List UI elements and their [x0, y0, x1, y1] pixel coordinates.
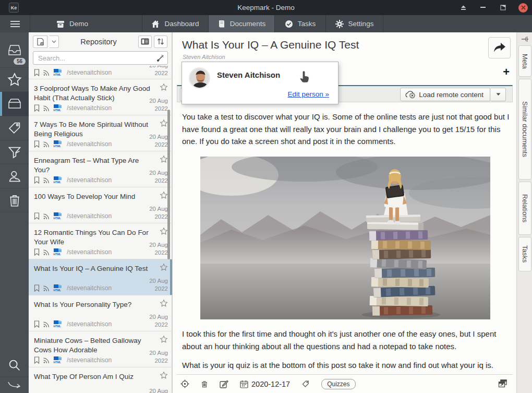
feed-icon: [43, 357, 50, 364]
sidebar-item-filters[interactable]: [0, 140, 29, 164]
html-file-icon: HTML: [53, 284, 62, 292]
main-nav: Demo Dashboard Documents Tasks: [0, 15, 532, 32]
star-icon[interactable]: [160, 191, 168, 199]
document-date: 20 Aug 2022: [149, 97, 168, 112]
tag-icon[interactable]: [301, 380, 310, 388]
feed-icon: [43, 285, 50, 292]
bookmark-icon: [34, 320, 40, 328]
list-item[interactable]: 7 Ways To Be More Spiritual Without Bein…: [29, 115, 172, 151]
paragraph: You take a test to discover what your IQ…: [182, 111, 510, 148]
tab-similar-documents[interactable]: Similar documents: [518, 79, 531, 180]
pin-icon[interactable]: [521, 35, 529, 43]
load-remote-content-button[interactable]: Load remote content: [400, 88, 490, 101]
svg-text:HTML: HTML: [54, 73, 62, 76]
view-mode-button[interactable]: [138, 35, 152, 48]
shade-window-icon[interactable]: [459, 4, 467, 12]
tab-settings-label: Settings: [348, 20, 374, 28]
person-icon: [7, 169, 22, 184]
document-title: Enneagram Test – What Type Are You?: [34, 156, 167, 175]
svg-text:HTML: HTML: [54, 289, 62, 292]
list-item[interactable]: 3 Foolproof Ways To Make Any Good Habit …: [29, 79, 172, 115]
date-value: 2020-12-17: [251, 380, 290, 388]
list-item-selected[interactable]: What Is Your IQ – A Genuine IQ Test HTML…: [29, 259, 172, 295]
document-date: 20 Aug 2022: [149, 277, 168, 292]
edit-person-link[interactable]: Edit person »: [287, 90, 329, 98]
tab-settings[interactable]: Settings: [326, 15, 383, 32]
document-title: What Type Of Person Am I Quiz: [34, 372, 167, 382]
star-icon[interactable]: [160, 299, 168, 307]
menu-icon[interactable]: [0, 15, 30, 32]
tab-relations[interactable]: Relations: [518, 182, 531, 235]
list-item-partial[interactable]: HTML /stevenaitchison 20 Aug 2022: [29, 66, 172, 79]
list-item[interactable]: 100 Ways To Develop Your Mind HTML /stev…: [29, 187, 172, 223]
tab-tasks-panel[interactable]: Tasks: [518, 237, 531, 271]
left-sidebar: 56: [0, 32, 29, 393]
document-title: 100 Ways To Develop Your Mind: [34, 192, 167, 201]
bookmark-icon: [34, 69, 40, 76]
share-button[interactable]: [488, 37, 511, 58]
tag-icon: [7, 121, 22, 136]
tab-documents[interactable]: Documents: [209, 15, 274, 32]
sidebar-item-tags[interactable]: [0, 116, 29, 140]
star-icon[interactable]: [160, 83, 168, 91]
right-panel-strip: Meta Similar documents Relations Tasks: [516, 32, 532, 393]
tab-meta[interactable]: Meta: [518, 45, 531, 77]
load-remote-dropdown[interactable]: [491, 88, 506, 101]
delete-icon[interactable]: [201, 380, 208, 388]
filter-wand-icon[interactable]: [156, 54, 164, 62]
tab-dashboard[interactable]: Dashboard: [142, 15, 208, 32]
html-file-icon: HTML: [53, 104, 62, 112]
document-date: 20 Aug 2022: [149, 169, 168, 184]
list-item[interactable]: Enneagram Test – What Type Are You? HTML…: [29, 151, 172, 187]
sidebar-item-persons[interactable]: [0, 164, 29, 188]
window-title: Keepmark - Demo: [0, 0, 532, 15]
search-input[interactable]: [33, 51, 168, 65]
star-icon[interactable]: [160, 263, 168, 271]
star-icon: [7, 72, 22, 87]
redo-arrow-icon: [7, 380, 22, 390]
list-item[interactable]: Miniature Cows – Belted Galloway Cows Ho…: [29, 331, 172, 367]
open-external-icon[interactable]: [498, 379, 507, 388]
svg-text:HTML: HTML: [54, 109, 62, 112]
document-path: /stevenaitchison: [67, 284, 112, 292]
person-popup: Steven Aitchison Edit person »: [182, 62, 338, 104]
bookmark-icon: [34, 140, 40, 148]
html-file-icon: HTML: [53, 140, 62, 148]
check-circle-icon: [285, 20, 293, 28]
star-icon[interactable]: [160, 335, 168, 343]
sidebar-jump[interactable]: [0, 377, 29, 393]
sidebar-item-inbox[interactable]: 56: [0, 32, 29, 68]
nav-repository-demo[interactable]: Demo: [30, 15, 142, 32]
list-item[interactable]: 12 Romantic Things You Can Do For Your W…: [29, 223, 172, 259]
feed-icon: [43, 213, 50, 220]
star-icon[interactable]: [160, 371, 168, 379]
feed-icon: [43, 177, 50, 184]
locate-icon[interactable]: [180, 379, 189, 388]
new-document-dropdown[interactable]: [50, 35, 59, 48]
restore-icon[interactable]: [499, 4, 507, 12]
bookmark-icon: [34, 356, 40, 364]
sidebar-item-repository[interactable]: [0, 92, 29, 116]
minimize-icon[interactable]: [479, 4, 487, 12]
sidebar-item-favorites[interactable]: [0, 68, 29, 92]
edit-note-icon[interactable]: [220, 380, 228, 388]
sidebar-item-trash[interactable]: [0, 188, 29, 212]
star-icon[interactable]: [160, 155, 168, 163]
close-icon[interactable]: [518, 3, 528, 13]
list-scrollbar[interactable]: [167, 110, 170, 259]
sort-button[interactable]: [154, 35, 167, 48]
tag-quizzes[interactable]: Quizzes: [321, 379, 355, 389]
author-name[interactable]: Steven Aitchison: [183, 54, 225, 60]
list-item[interactable]: What Type Of Person Am I Quiz 20 Aug 202…: [29, 367, 172, 393]
sidebar-search[interactable]: [0, 353, 29, 377]
document-date: 20 Aug 2022: [149, 66, 168, 77]
document-date: 20 Aug 2022: [149, 349, 168, 364]
tab-tasks[interactable]: Tasks: [275, 15, 325, 32]
add-button[interactable]: +: [503, 67, 510, 77]
star-icon[interactable]: [160, 119, 168, 127]
document-date-field[interactable]: 2020-12-17: [240, 380, 290, 388]
list-item[interactable]: What Is Your Personality Type? HTML /ste…: [29, 295, 172, 331]
repository-panel: Repository HTML /stevenaitchison 20 Aug …: [29, 32, 172, 393]
new-document-button[interactable]: [33, 35, 47, 48]
star-icon[interactable]: [160, 227, 168, 235]
